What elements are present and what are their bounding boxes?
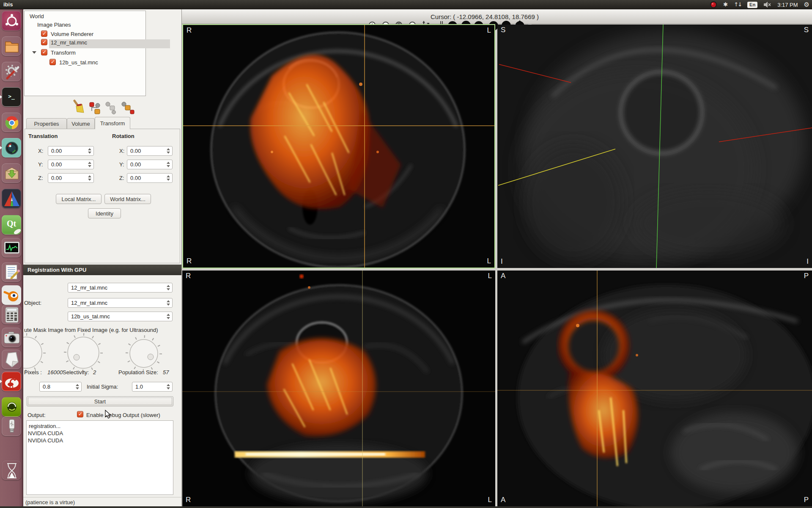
panel-divider bbox=[181, 9, 182, 508]
tree-root-world[interactable]: World bbox=[30, 13, 44, 19]
ultrasound-combo[interactable]: 12b_us_tal.mnc bbox=[68, 312, 173, 321]
selectivity-value: 2 bbox=[93, 369, 96, 375]
dock-item-files[interactable] bbox=[2, 36, 21, 56]
dock-item-blender[interactable] bbox=[2, 285, 21, 305]
network-icon[interactable]: ↑↓ bbox=[734, 0, 741, 9]
initial-sigma-field[interactable]: 1.0 bbox=[132, 382, 173, 392]
3d-label-top-left: S bbox=[501, 26, 505, 34]
checkbox-12-mr-tal[interactable] bbox=[41, 39, 47, 45]
3d-label-top-right: S bbox=[804, 26, 809, 34]
hourglass-icon bbox=[2, 461, 21, 480]
world-matrix-button[interactable]: World Matrix... bbox=[104, 194, 151, 204]
dock-item-ubuntu-home[interactable] bbox=[2, 11, 21, 30]
dock-item-nvidia[interactable] bbox=[2, 397, 21, 417]
volume-muted-icon[interactable] bbox=[763, 1, 771, 8]
dock-item-ibis[interactable] bbox=[2, 372, 21, 391]
dock-item-cmake[interactable] bbox=[2, 189, 21, 208]
combo-arrows[interactable] bbox=[166, 284, 171, 291]
top-menubar: ibis ✱ ↑↓ En 3:17 PM ⚙ bbox=[0, 0, 812, 9]
tree-item-transform[interactable]: Transform bbox=[51, 50, 76, 56]
start-button[interactable]: Start bbox=[27, 396, 173, 406]
initial-sigma-label: Initial Sigma: bbox=[87, 384, 118, 390]
viewport-3d[interactable]: S S I I bbox=[497, 25, 812, 268]
session-menu-icon[interactable]: ⚙ bbox=[804, 0, 809, 9]
coronal-label-top-left: R bbox=[186, 272, 191, 280]
coronal-label-top-right: L bbox=[488, 272, 492, 280]
dock-item-camera[interactable] bbox=[2, 328, 21, 347]
dock-item-system-monitor[interactable] bbox=[2, 238, 21, 257]
sagittal-label-bottom-right: P bbox=[804, 496, 809, 504]
calculator-icon bbox=[2, 305, 21, 324]
keyboard-layout-indicator[interactable]: En bbox=[747, 2, 757, 8]
dock-item-qt-creator[interactable]: Qt bbox=[2, 215, 21, 235]
checkbox-12b-us-tal[interactable] bbox=[49, 59, 56, 65]
spinner-arrows[interactable] bbox=[166, 147, 171, 155]
spinner-arrows[interactable] bbox=[87, 161, 92, 168]
dock-item-usb-storage[interactable] bbox=[2, 417, 21, 436]
rotation-x-field[interactable]: 0.00 bbox=[127, 146, 173, 156]
clean-scene-icon[interactable] bbox=[70, 99, 85, 114]
source-image-combo[interactable]: 12_mr_tal.mnc bbox=[68, 283, 173, 293]
translation-x-label: X: bbox=[38, 148, 43, 154]
spinner-arrows[interactable] bbox=[166, 174, 171, 182]
spinner-arrows[interactable] bbox=[166, 383, 171, 390]
ubuntu-logo-icon bbox=[2, 11, 21, 30]
sagittal-label-top-left: A bbox=[501, 272, 505, 280]
translation-x-field[interactable]: 0.00 bbox=[48, 146, 94, 156]
dock-item-document[interactable] bbox=[2, 350, 21, 369]
population-dial[interactable] bbox=[124, 334, 163, 373]
pipeline-tool-3-icon[interactable] bbox=[121, 102, 134, 114]
checkbox-volume-renderer[interactable] bbox=[41, 30, 47, 37]
tab-transform[interactable]: Transform bbox=[95, 117, 130, 129]
selectivity-label: Selectivity: bbox=[63, 369, 89, 375]
rotation-y-field[interactable]: 0.00 bbox=[127, 160, 173, 169]
rotation-z-value: 0.00 bbox=[130, 175, 141, 181]
tab-volume[interactable]: Volume bbox=[67, 118, 95, 129]
log-line: NVIDIA CUDA bbox=[28, 437, 63, 444]
selectivity-dial[interactable] bbox=[63, 332, 104, 373]
combo-arrows[interactable] bbox=[166, 299, 171, 306]
tree-item-image-planes[interactable]: Image Planes bbox=[37, 22, 71, 28]
dock-item-terminal[interactable]: >_ bbox=[2, 87, 21, 107]
expander-icon[interactable] bbox=[32, 51, 36, 54]
dock-item-system-settings[interactable] bbox=[2, 62, 21, 81]
updates-icon[interactable]: ✱ bbox=[723, 0, 728, 9]
spinner-arrows[interactable] bbox=[87, 147, 92, 155]
local-matrix-button[interactable]: Local Matrix... bbox=[56, 194, 102, 204]
viewport-coronal[interactable]: R L R L bbox=[182, 271, 495, 506]
dock-item-package-installer[interactable] bbox=[2, 163, 21, 183]
identity-button[interactable]: Identity bbox=[88, 208, 121, 218]
dock-item-calculator[interactable] bbox=[2, 305, 21, 324]
axial-label-bottom-right: L bbox=[487, 257, 491, 265]
debug-output-checkbox[interactable] bbox=[77, 411, 83, 417]
pipeline-tool-1-icon[interactable] bbox=[89, 102, 102, 114]
qt-leaf-icon bbox=[2, 215, 21, 235]
dock-item-chrome[interactable] bbox=[2, 113, 21, 132]
dock-item-text-editor[interactable] bbox=[2, 262, 21, 282]
rotation-z-field[interactable]: 0.00 bbox=[127, 173, 173, 183]
viewport-sagittal[interactable]: A P A P bbox=[497, 271, 812, 506]
tree-item-12b-us-tal[interactable]: 12b_us_tal.mnc bbox=[59, 59, 98, 66]
tab-properties[interactable]: Properties bbox=[26, 118, 67, 129]
combo-arrows[interactable] bbox=[166, 313, 171, 320]
checkbox-transform[interactable] bbox=[41, 49, 47, 55]
tree-item-12-mr-tal[interactable]: 12_mr_tal.mnc bbox=[51, 39, 87, 46]
spinner-arrows[interactable] bbox=[87, 174, 92, 182]
rotation-y-value: 0.00 bbox=[130, 161, 141, 168]
pipeline-tool-2-icon[interactable] bbox=[105, 102, 118, 114]
percentile-field[interactable]: 0.8 bbox=[39, 382, 82, 392]
spinner-arrows[interactable] bbox=[75, 383, 80, 390]
object-combo-value: 12_mr_tal.mnc bbox=[71, 300, 107, 306]
dock-item-screen-recorder[interactable] bbox=[2, 138, 21, 157]
viewport-axial[interactable]: R L R L bbox=[182, 24, 495, 268]
axial-label-top-left: R bbox=[187, 26, 192, 35]
translation-z-field[interactable]: 0.00 bbox=[48, 173, 94, 183]
tree-item-volume-renderer[interactable]: Volume Renderer bbox=[51, 31, 93, 37]
rotation-y-label: Y: bbox=[119, 161, 124, 168]
3d-label-bottom-right: I bbox=[807, 257, 809, 266]
spinner-arrows[interactable] bbox=[166, 161, 171, 168]
object-combo[interactable]: 12_mr_tal.mnc bbox=[68, 298, 173, 308]
record-indicator-icon[interactable] bbox=[710, 1, 717, 8]
clock[interactable]: 3:17 PM bbox=[777, 2, 798, 8]
translation-y-field[interactable]: 0.00 bbox=[48, 160, 94, 169]
